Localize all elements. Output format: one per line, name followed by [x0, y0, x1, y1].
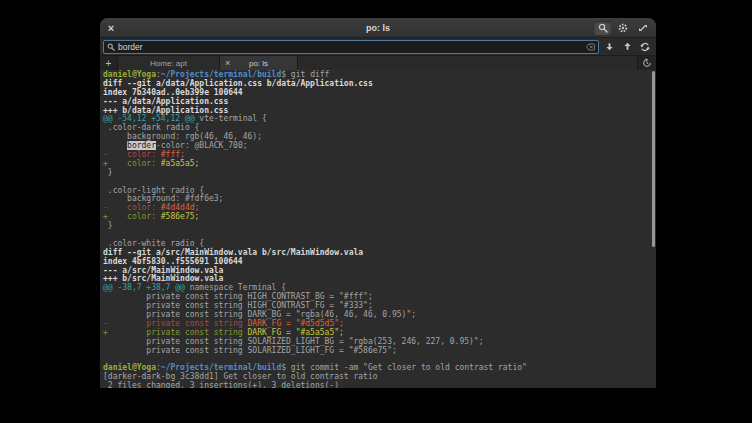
titlebar-actions [594, 21, 656, 35]
window-close-button[interactable]: × [100, 18, 122, 37]
terminal-line: private const string SOLARIZED_LIGHT_FG … [103, 347, 656, 356]
terminal-window: × po: ls [100, 18, 656, 388]
wrap-around-button[interactable] [637, 39, 653, 54]
arrow-up-icon [623, 42, 632, 51]
search-input[interactable] [118, 41, 583, 52]
terminal-line: } [103, 222, 656, 231]
tab-close-button[interactable]: × [225, 56, 230, 70]
window-title: po: ls [100, 23, 656, 33]
maximize-button[interactable] [634, 21, 651, 35]
tab-po-ls[interactable]: × po: ls [220, 56, 298, 70]
clear-backspace-icon[interactable] [586, 43, 595, 51]
terminal-line: + color: #586e75; [103, 213, 656, 222]
tab-label: Home: apt [150, 59, 187, 68]
search-bar [100, 38, 656, 56]
gear-icon [618, 23, 628, 33]
close-icon: × [108, 22, 114, 34]
search-field[interactable] [103, 40, 599, 54]
tab-home-apt[interactable]: Home: apt [118, 56, 220, 70]
search-toggle-button[interactable] [594, 21, 611, 35]
terminal-line: 2 files changed, 3 insertions(+), 3 dele… [103, 382, 656, 388]
expand-diagonal-icon [638, 23, 648, 33]
terminal-line: + color: #a5a5a5; [103, 160, 656, 169]
find-next-button[interactable] [601, 39, 617, 54]
scrollbar-thumb[interactable] [652, 71, 655, 247]
tab-bar: + Home: apt × po: ls [100, 56, 656, 70]
settings-button[interactable] [614, 21, 631, 35]
new-tab-button[interactable]: + [100, 56, 118, 70]
terminal-line: border-color: @BLACK_700; [103, 142, 656, 151]
tab-bar-empty-space [298, 56, 638, 70]
tab-label: po: ls [249, 59, 268, 68]
plus-icon: + [106, 58, 112, 69]
history-clock-icon [642, 58, 652, 68]
find-previous-button[interactable] [619, 39, 635, 54]
search-icon [107, 43, 115, 51]
arrow-down-icon [605, 42, 614, 51]
terminal-line: } [103, 169, 656, 178]
close-icon: × [225, 58, 230, 68]
terminal-output[interactable]: daniel@Yoga:~/Projects/terminal/build$ g… [100, 70, 656, 388]
titlebar[interactable]: × po: ls [100, 18, 656, 38]
scrollback-history-button[interactable] [638, 56, 656, 70]
wrap-around-icon [640, 42, 650, 52]
search-icon [598, 23, 608, 33]
